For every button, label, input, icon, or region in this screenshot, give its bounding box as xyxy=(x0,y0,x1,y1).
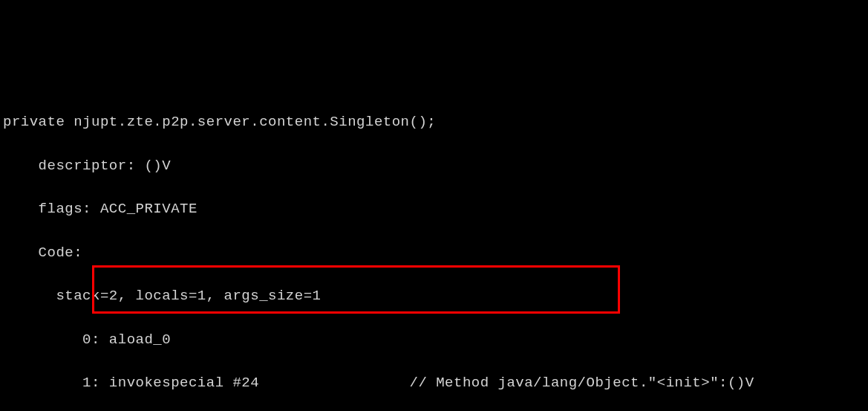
instruction-line: 1: invokespecial #24 // Method java/lang… xyxy=(3,372,865,394)
instruction-line: 0: aload_0 xyxy=(3,329,865,351)
stack-line: stack=2, locals=1, args_size=1 xyxy=(3,285,865,307)
method-signature: private njupt.zte.p2p.server.content.Sin… xyxy=(3,111,865,133)
descriptor-line: descriptor: ()V xyxy=(3,155,865,177)
code-label: Code: xyxy=(3,242,865,264)
bytecode-terminal: private njupt.zte.p2p.server.content.Sin… xyxy=(3,90,865,411)
flags-line: flags: ACC_PRIVATE xyxy=(3,198,865,220)
